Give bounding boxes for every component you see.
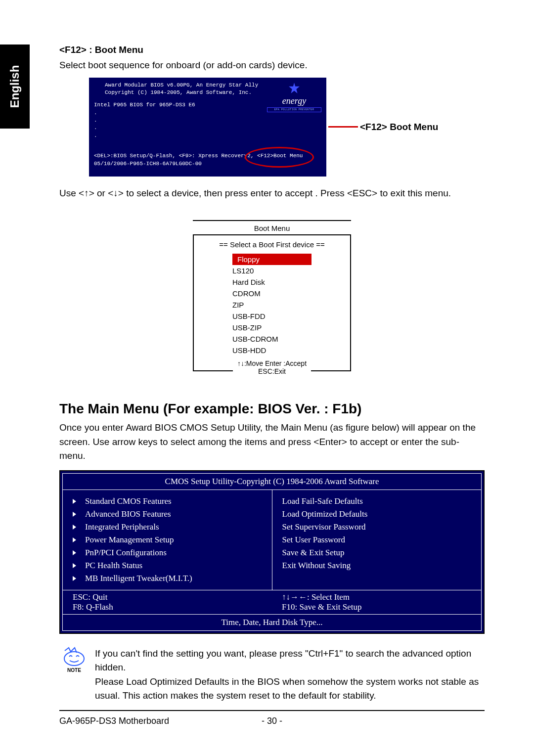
bios-line-hotkeys: <DEL>:BIOS Setup/Q-Flash, <F9>: Xpress R… <box>94 152 321 160</box>
cmos-item-label: Exit Without Saving <box>282 561 351 571</box>
cmos-menu-item[interactable]: Exit Without Saving <box>282 559 472 572</box>
cmos-item-label: Set User Password <box>282 535 346 545</box>
cmos-menu-item[interactable]: Advanced BIOS Features <box>73 508 262 521</box>
note-p1: If you can't find the setting you want, … <box>95 647 485 675</box>
boot-item[interactable]: CDROM <box>203 288 341 299</box>
bios-dot: . <box>94 132 321 139</box>
cmos-item-label: Load Fail-Safe Defaults <box>282 496 363 506</box>
page-content: <F12> : Boot Menu Select boot sequence f… <box>0 0 534 756</box>
triangle-icon <box>73 550 76 555</box>
svg-marker-0 <box>289 83 300 93</box>
star-icon <box>288 82 301 94</box>
energy-logo-sub: EPA POLLUTION PREVENTER <box>267 107 321 112</box>
bios-screen: Award Modular BIOS v6.00PG, An Energy St… <box>89 78 326 177</box>
bios-line-id: 05/10/2006-P965-ICH8-6A79LG0DC-00 <box>94 160 321 168</box>
cmos-menu-item[interactable]: Set User Password <box>282 534 472 546</box>
triangle-icon <box>73 525 76 530</box>
boot-item[interactable]: USB-ZIP <box>203 322 341 333</box>
note-block: NOTE If you can't find the setting you w… <box>59 647 485 703</box>
cmos-item-label: Set Supervisor Password <box>282 522 366 532</box>
cmos-help-arrows: ↑↓→←: Select Item <box>282 592 471 602</box>
boot-menu-footer: ↑↓:Move Enter :Accept ESC:Exit <box>233 359 311 375</box>
svg-point-1 <box>64 652 84 666</box>
cmos-item-label: Power Management Setup <box>85 535 174 545</box>
cmos-help-f10: F10: Save & Exit Setup <box>282 602 471 612</box>
cmos-item-label: PC Health Status <box>85 561 142 571</box>
cmos-help-row: ESC: Quit F8: Q-Flash ↑↓→←: Select Item … <box>63 590 481 614</box>
cmos-item-label: Load Optimized Defaults <box>282 509 368 519</box>
triangle-icon <box>73 499 76 504</box>
cmos-menu-item[interactable]: PC Health Status <box>73 559 262 572</box>
note-icon: NOTE <box>59 647 89 673</box>
triangle-icon <box>73 563 76 568</box>
triangle-icon <box>73 512 76 517</box>
boot-item-selected[interactable]: Floppy <box>232 254 312 265</box>
cmos-menu-item[interactable]: PnP/PCI Configurations <box>73 546 262 559</box>
callout-line <box>328 126 358 128</box>
note-p2: Please Load Optimized Defaults in the BI… <box>95 675 485 703</box>
bios-post-screenshot: Award Modular BIOS v6.00PG, An Energy St… <box>89 78 485 177</box>
cmos-menu-item[interactable]: Integrated Peripherals <box>73 521 262 534</box>
footer-page-number: - 30 - <box>252 716 292 726</box>
cmos-item-label: MB Intelligent Tweaker(M.I.T.) <box>85 574 192 583</box>
page-footer: GA-965P-DS3 Motherboard - 30 - <box>59 710 485 726</box>
cmos-item-label: Advanced BIOS Features <box>85 509 171 519</box>
cmos-menu-item[interactable]: Standard CMOS Features <box>73 495 262 508</box>
cmos-left-col: Standard CMOS Features Advanced BIOS Fea… <box>63 490 272 590</box>
f12-section-desc: Select boot sequence for onboard (or add… <box>59 58 485 73</box>
note-text: If you can't find the setting you want, … <box>95 647 485 703</box>
cmos-menu-item[interactable]: Set Supervisor Password <box>282 521 472 534</box>
cmos-help-esc: ESC: Quit <box>73 592 262 602</box>
cmos-item-label: Standard CMOS Features <box>85 496 172 506</box>
bios-dot: . <box>94 117 321 124</box>
cmos-hint: Time, Date, Hard Disk Type... <box>63 614 481 630</box>
triangle-icon <box>73 576 76 581</box>
boot-menu-box: Boot Menu == Select a Boot First device … <box>193 220 351 371</box>
energy-logo-text: energy <box>267 96 321 106</box>
main-menu-para: Once you enter Award BIOS CMOS Setup Uti… <box>59 421 485 463</box>
cmos-item-label: Save & Exit Setup <box>282 548 345 558</box>
cmos-menu-item[interactable]: Load Fail-Safe Defaults <box>282 495 472 508</box>
cmos-help-f8: F8: Q-Flash <box>73 602 262 612</box>
note-label: NOTE <box>59 667 89 673</box>
note-face-icon <box>62 647 87 667</box>
cmos-title: CMOS Setup Utility-Copyright (C) 1984-20… <box>63 474 481 490</box>
cmos-right-col: Load Fail-Safe Defaults Load Optimized D… <box>272 490 482 590</box>
boot-instruction: Use <↑> or <↓> to select a device, then … <box>59 186 485 201</box>
cmos-menu-item[interactable]: Save & Exit Setup <box>282 546 472 559</box>
triangle-icon <box>73 537 76 542</box>
boot-item[interactable]: USB-FDD <box>203 311 341 322</box>
boot-menu-subtitle: == Select a Boot First device == <box>203 240 341 249</box>
boot-menu-title: Boot Menu <box>193 221 351 235</box>
callout-label: <F12> Boot Menu <box>360 122 438 133</box>
cmos-setup-box: CMOS Setup Utility-Copyright (C) 1984-20… <box>59 470 485 634</box>
cmos-item-label: Integrated Peripherals <box>85 522 159 532</box>
cmos-menu-item[interactable]: MB Intelligent Tweaker(M.I.T.) <box>73 572 262 585</box>
boot-item[interactable]: USB-HDD <box>203 345 341 356</box>
cmos-menu-item[interactable]: Power Management Setup <box>73 534 262 546</box>
main-menu-heading: The Main Menu (For example: BIOS Ver. : … <box>59 401 485 417</box>
energy-star-logo: energy EPA POLLUTION PREVENTER <box>267 82 321 112</box>
cmos-menu-item[interactable]: Load Optimized Defaults <box>282 508 472 521</box>
bios-dot: . <box>94 124 321 132</box>
boot-item[interactable]: LS120 <box>203 265 341 276</box>
boot-item[interactable]: USB-CDROM <box>203 333 341 345</box>
cmos-item-label: PnP/PCI Configurations <box>85 548 167 558</box>
boot-item[interactable]: Hard Disk <box>203 276 341 288</box>
footer-left: GA-965P-DS3 Motherboard <box>59 716 252 726</box>
boot-item[interactable]: ZIP <box>203 299 341 311</box>
f12-section-title: <F12> : Boot Menu <box>59 44 485 55</box>
